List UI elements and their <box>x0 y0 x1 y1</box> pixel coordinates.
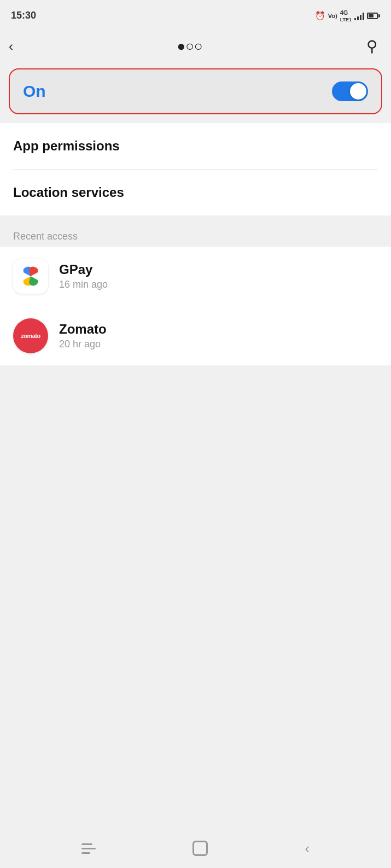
app-permissions-label: App permissions <box>13 138 120 154</box>
home-button[interactable] <box>192 841 208 856</box>
search-button[interactable]: ⚲ <box>366 37 378 55</box>
recent-access-label: Recent access <box>13 231 378 242</box>
location-toggle-switch[interactable] <box>332 81 368 101</box>
gpay-info: GPay 16 min ago <box>59 262 108 290</box>
zomato-time: 20 hr ago <box>59 339 107 350</box>
alarm-icon: ⏰ <box>315 11 325 21</box>
status-icons: ⏰ Vo) 4GLTE1 <box>315 9 380 22</box>
zomato-row[interactable]: zomato Zomato 20 hr ago <box>0 306 391 365</box>
home-icon <box>192 841 208 856</box>
gpay-name: GPay <box>59 262 108 277</box>
search-icon[interactable]: ●○○ <box>177 38 202 55</box>
network-icon: 4GLTE1 <box>340 9 352 22</box>
status-time: 15:30 <box>11 10 36 21</box>
recent-apps-icon <box>81 843 96 854</box>
location-services-item[interactable]: Location services <box>13 170 378 215</box>
location-toggle-card[interactable]: On <box>9 68 382 114</box>
volte-icon: Vo) <box>328 13 337 19</box>
status-bar: 15:30 ⏰ Vo) 4GLTE1 <box>0 0 391 28</box>
menu-card: App permissions Location services <box>0 123 391 215</box>
page-header: ‹ Location ●○○ ⚲ <box>0 28 391 64</box>
zomato-icon-wrapper: zomato <box>13 318 48 353</box>
battery-icon <box>367 13 380 19</box>
toggle-knob <box>350 83 366 100</box>
app-permissions-item[interactable]: App permissions <box>13 123 378 169</box>
zomato-info: Zomato 20 hr ago <box>59 322 107 350</box>
zomato-icon: zomato <box>13 318 48 353</box>
back-button[interactable]: ‹ <box>9 39 13 54</box>
recent-apps-button[interactable] <box>81 843 96 854</box>
main-content: App permissions Location services Recent… <box>0 123 391 409</box>
back-nav-icon: ‹ <box>305 840 310 857</box>
gpay-time: 16 min ago <box>59 279 108 290</box>
header-left: ‹ Location <box>9 39 13 54</box>
back-nav-button[interactable]: ‹ <box>305 840 310 857</box>
recent-apps-card: GPay 16 min ago zomato Zomato 20 hr ago <box>0 247 391 365</box>
toggle-label: On <box>23 82 46 101</box>
location-services-label: Location services <box>13 185 124 200</box>
zomato-name: Zomato <box>59 322 107 337</box>
gpay-icon-wrapper <box>13 259 48 294</box>
recent-access-section: Recent access <box>0 222 391 242</box>
signal-bars-icon <box>354 11 364 20</box>
gpay-row[interactable]: GPay 16 min ago <box>0 247 391 306</box>
gpay-icon <box>17 263 44 290</box>
bottom-nav: ‹ <box>0 829 391 868</box>
